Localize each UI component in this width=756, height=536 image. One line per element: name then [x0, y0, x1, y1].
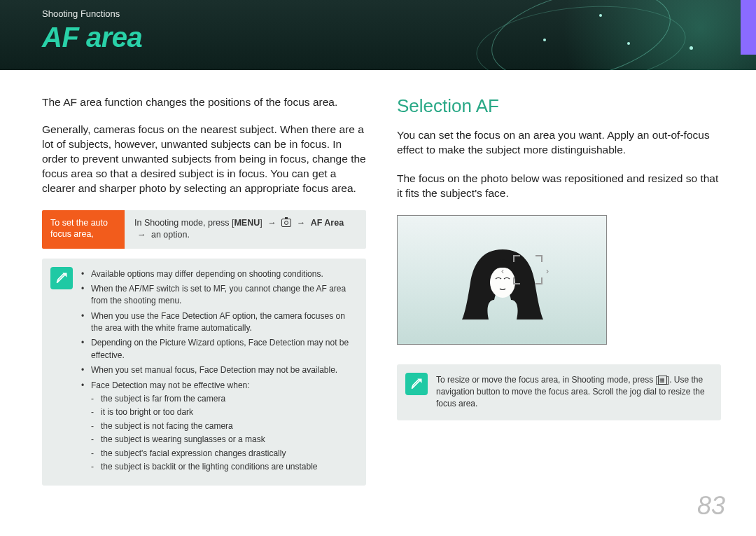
decorative-dot: [690, 46, 693, 50]
decorative-dot: [627, 42, 630, 45]
note-item-text: Face Detection may not be effective when…: [91, 380, 250, 390]
instruction-label: To set the auto focus area,: [42, 210, 125, 249]
note-icon: [50, 267, 73, 289]
page-header: Shooting Functions AF area: [0, 0, 756, 70]
section-heading: Selection AF: [397, 95, 721, 117]
camera-icon: [281, 219, 291, 227]
ok-button-icon: ▦: [658, 376, 667, 385]
body-text: Generally, cameras focus on the nearest …: [42, 123, 366, 196]
decorative-dot: [543, 39, 546, 41]
instruction-prefix: In Shooting mode, press [: [134, 218, 234, 228]
focus-bracket: [513, 255, 542, 284]
note-item: When you set manual focus, Face Detectio…: [81, 364, 355, 376]
intro-text: The AF area function changes the positio…: [42, 95, 366, 110]
content-area: The AF area function changes the positio…: [0, 70, 756, 486]
note-subitem: the subject's facial expression changes …: [91, 448, 355, 460]
side-tab: [741, 0, 756, 55]
note-item: Available options may differ depending o…: [81, 268, 355, 280]
example-photo: ‹ ›: [397, 215, 607, 345]
note-text-part1: To resize or move the focus area, in Sho…: [436, 375, 658, 385]
left-column: The AF area function changes the positio…: [42, 95, 366, 486]
instruction-box: To set the auto focus area, In Shooting …: [42, 210, 366, 249]
arrow-icon: →: [137, 230, 146, 240]
note-item: When the AF/MF switch is set to MF, you …: [81, 283, 355, 308]
right-column: Selection AF You can set the focus on an…: [397, 95, 721, 486]
instruction-steps: In Shooting mode, press [MENU] → → AF Ar…: [125, 210, 366, 249]
af-area-label: AF Area: [311, 218, 344, 228]
note-box: To resize or move the focus area, in Sho…: [397, 364, 721, 420]
note-item: When you use the Face Detection AF optio…: [81, 310, 355, 335]
note-item: Depending on the Picture Wizard options,…: [81, 337, 355, 362]
note-subitem: the subject is wearing sunglasses or a m…: [91, 434, 355, 446]
note-subitem: the subject is far from the camera: [91, 393, 355, 405]
right-p2: The focus on the photo below was reposit…: [397, 172, 721, 201]
decorative-dot: [599, 14, 602, 17]
note-subitem: the subject is not facing the camera: [91, 420, 355, 432]
note-box: Available options may differ depending o…: [42, 259, 366, 486]
note-subitem: the subject is backlit or the lighting c…: [91, 461, 355, 473]
chevron-left-icon: ‹: [501, 266, 504, 276]
right-p1: You can set the focus on an area you wan…: [397, 128, 721, 158]
note-list: Available options may differ depending o…: [81, 268, 355, 474]
chevron-right-icon: ›: [546, 266, 549, 276]
arrow-icon: →: [267, 218, 276, 228]
instruction-suffix: an option.: [151, 230, 190, 240]
menu-button-label: MENU: [234, 218, 260, 228]
arrow-icon: →: [297, 218, 306, 228]
note-item: Face Detection may not be effective when…: [81, 380, 355, 474]
note-sublist: the subject is far from the camera it is…: [91, 393, 355, 473]
note-icon: [405, 373, 428, 395]
note-subitem: it is too bright or too dark: [91, 406, 355, 418]
page-number: 83: [697, 491, 725, 521]
